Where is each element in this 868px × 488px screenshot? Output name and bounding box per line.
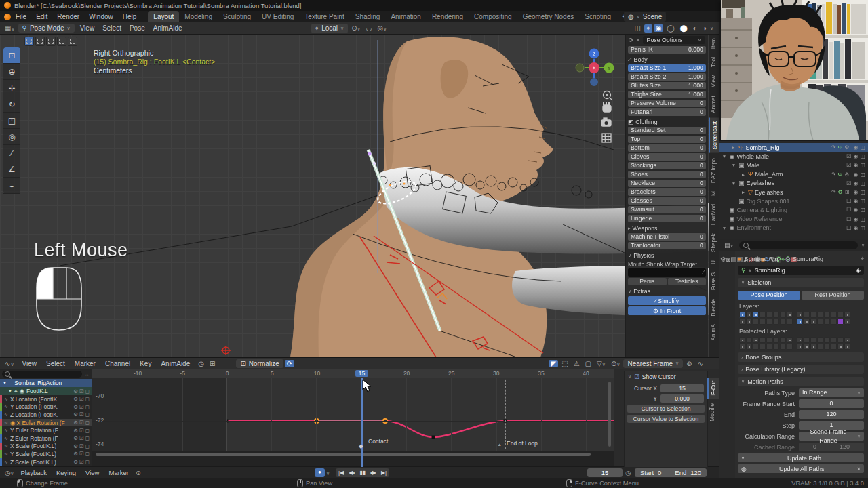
breadcrumb-object[interactable]: Sombra_Rig: [744, 256, 778, 262]
fake-user-shield-icon[interactable]: ◈: [856, 267, 861, 274]
filter-icon[interactable]: ∨: [861, 243, 865, 248]
viewport-menu-item[interactable]: View: [76, 24, 99, 32]
property-slider[interactable]: Breast Size 11.000: [628, 64, 706, 73]
xray-toggle-icon[interactable]: ◉: [654, 24, 664, 32]
lock-icon[interactable]: ◻: [85, 388, 90, 394]
curve-smooth-icon[interactable]: ∿: [696, 360, 705, 367]
close-icon[interactable]: ×: [636, 37, 639, 43]
marker-diamond-icon[interactable]: ◆: [359, 443, 363, 449]
mode-select[interactable]: ⚲Pose Mode∨: [18, 24, 75, 33]
lock-icon[interactable]: ◻: [85, 451, 90, 457]
menu-item[interactable]: Edit: [31, 13, 52, 20]
breadcrumb-data[interactable]: SombraRig: [793, 256, 823, 262]
viewport-menu-item[interactable]: AnimAide: [149, 24, 186, 32]
protected-layers-grid[interactable]: [739, 337, 864, 350]
start-value[interactable]: 0: [658, 469, 661, 476]
expand-width-icon[interactable]: ↔: [84, 371, 90, 378]
annotate-tool[interactable]: ∕: [3, 145, 20, 161]
property-slider[interactable]: Glutes Size1.000: [628, 82, 706, 90]
select-mode-paint[interactable]: [68, 37, 77, 46]
hide-eye-icon[interactable]: ◉: [853, 189, 858, 195]
disclosure-icon[interactable]: ►: [731, 145, 736, 150]
sidebar-tab[interactable]: M: [709, 188, 719, 199]
mute-checkbox[interactable]: ☑: [79, 435, 84, 441]
bone-group-row[interactable]: ▼ ⌖ ◉ FootIK.L ⚙☑◻: [0, 387, 92, 395]
fcurve-channel-row[interactable]: ∿ Z Location (FootIK. ⚙☑◻: [0, 411, 92, 419]
mute-checkbox[interactable]: ☑: [79, 428, 84, 434]
property-slider[interactable]: Swimsuit0: [628, 206, 706, 214]
fcurve-channel-row[interactable]: ∿ Y Euler Rotation (F ⚙☑◻: [0, 426, 92, 434]
3d-viewport[interactable]: Z Y X ⊡ ⊕ ⊹: [0, 35, 709, 357]
sidebar-tab[interactable]: Fuse S: [709, 269, 719, 293]
update-all-paths-button[interactable]: ◍Update All Paths×: [738, 464, 864, 473]
disclosure-icon[interactable]: ▼: [722, 226, 727, 230]
sidebar-tab[interactable]: Animat: [709, 92, 719, 117]
shading-material-icon[interactable]: ◐: [691, 24, 699, 32]
checkbox[interactable]: ☑: [846, 153, 851, 159]
camera-visibility-icon[interactable]: ◫: [860, 207, 865, 213]
property-slider[interactable]: Shoes0: [628, 171, 706, 179]
property-slider[interactable]: Preserve Volume0: [628, 100, 706, 108]
camera-visibility-icon[interactable]: ◫: [860, 153, 865, 159]
lock-icon[interactable]: ◻: [85, 396, 90, 402]
show-overlays-icon[interactable]: ⌖: [644, 24, 652, 33]
properties-search-input[interactable]: [739, 241, 858, 249]
sidebar-tab[interactable]: U: [709, 257, 719, 268]
lock-icon[interactable]: ◻: [85, 411, 90, 418]
hide-eye-icon[interactable]: ◉: [853, 216, 858, 222]
modifier-wrench-icon[interactable]: ⚙: [73, 411, 78, 418]
disclosure-icon[interactable]: ►: [741, 190, 746, 195]
outliner-row[interactable]: ▣ Camera & Lighting ☐ ◉ ◫: [719, 205, 868, 214]
update-path-button[interactable]: ⌖Update Path: [738, 453, 864, 462]
show-gizmo-icon[interactable]: ◫: [633, 24, 643, 32]
property-slider[interactable]: Thighs Size1.000: [628, 91, 706, 99]
outliner-row[interactable]: ► Ψ Sombra_Rig ↷ Ψ ⚙ ◉ ◫: [719, 143, 868, 152]
lock-icon[interactable]: ◻: [85, 435, 90, 441]
modifier-wrench-icon[interactable]: ⚙: [73, 396, 78, 402]
workspace-tab[interactable]: Animation: [385, 11, 426, 22]
graph-menu-item[interactable]: Key: [135, 360, 156, 367]
outliner-row[interactable]: ▼ ▣ Environment ☐ ◉ ◫: [719, 224, 868, 232]
transform-tool[interactable]: ◎: [3, 129, 20, 145]
rotate-tool[interactable]: ↻: [3, 96, 20, 113]
workspace-tab[interactable]: Texture Paint: [299, 11, 349, 22]
viewport-menu-item[interactable]: Select: [98, 24, 125, 32]
viewport-nav-icons[interactable]: [601, 92, 612, 143]
pose-position-button[interactable]: Pose Position: [738, 291, 800, 300]
outliner-row[interactable]: ► Ψ Male_Arm ↷ Ψ ⚙ ◉ ◫: [719, 170, 868, 179]
outliner-row[interactable]: ▼ ▣ Male ☑ ◉ ◫: [719, 161, 868, 169]
frame-range-fields[interactable]: Start 0 End 120: [635, 468, 707, 477]
armature-layers-grid[interactable]: [739, 312, 864, 325]
disclosure-icon[interactable]: ▼: [3, 381, 7, 385]
frame-ruler[interactable]: -10-50510152025303540: [92, 369, 614, 378]
disclosure-icon[interactable]: ▼: [731, 181, 736, 186]
section-clothing[interactable]: Clothing: [635, 119, 657, 125]
camera-visibility-icon[interactable]: ◫: [860, 144, 865, 150]
mute-checkbox[interactable]: ☑: [79, 404, 84, 410]
lock-icon[interactable]: ◻: [85, 459, 90, 465]
shading-options-icon[interactable]: ∨: [710, 26, 713, 31]
testicles-toggle[interactable]: Testicles: [668, 278, 707, 285]
frame-range-start-field[interactable]: 0: [799, 399, 864, 408]
modifier-wrench-icon[interactable]: ⚙: [73, 420, 78, 426]
proportional-icon[interactable]: ⊚: [684, 360, 694, 367]
camera-visibility-icon[interactable]: ◫: [860, 171, 865, 178]
timeline-menu-item[interactable]: Marker: [104, 469, 134, 476]
modifier-wrench-icon[interactable]: ⚙: [73, 388, 78, 394]
fcurve-channel-row[interactable]: ∿ Z Euler Rotation (F ⚙☑◻: [0, 434, 92, 443]
checkbox[interactable]: ☑: [846, 162, 851, 168]
modifier-wrench-icon[interactable]: ⚙: [73, 451, 78, 457]
editor-type-icon[interactable]: ▦∨: [3, 24, 17, 32]
checkbox[interactable]: ☐: [846, 198, 851, 204]
mute-checkbox[interactable]: ☑: [79, 388, 84, 394]
graph-menu-item[interactable]: Channel: [100, 360, 135, 367]
shading-wireframe-icon[interactable]: ◯: [665, 24, 676, 32]
graph-sidebar-tab[interactable]: Modifie: [707, 400, 717, 425]
outliner-row[interactable]: ▼ ▣ Eyelashes ☑ ◉ ◫: [719, 179, 868, 188]
end-loop-triangle-icon[interactable]: ▵: [498, 442, 501, 447]
workspace-tab[interactable]: Geometry Nodes: [517, 11, 580, 22]
fcurve-channel-row[interactable]: ∿ Y Scale (FootIK.L) ⚙☑◻: [0, 450, 92, 458]
snap-dropdown[interactable]: Nearest Frame∨: [623, 359, 683, 368]
motion-paths-panel[interactable]: ∨Motion Paths: [738, 377, 864, 386]
property-slider[interactable]: Necklace0: [628, 180, 706, 188]
